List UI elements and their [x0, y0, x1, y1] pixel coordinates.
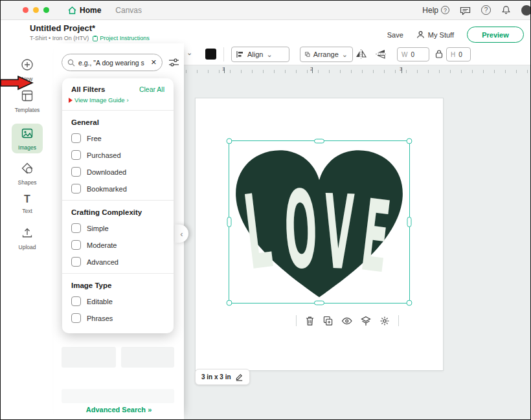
clear-search-icon[interactable]: ✕: [151, 58, 157, 67]
view-image-guide-link[interactable]: View Image Guide ›: [71, 96, 164, 104]
size-badge[interactable]: 3 in x 3 in: [195, 369, 250, 385]
object-action-bar: [296, 315, 399, 326]
tab-home-label: Home: [80, 6, 101, 15]
checkbox[interactable]: [71, 167, 81, 177]
topbar-actions: Help ? ?: [422, 5, 525, 16]
checkbox[interactable]: [71, 296, 81, 306]
advanced-search-link[interactable]: Advanced Search »: [54, 406, 184, 414]
selection-box[interactable]: [229, 140, 410, 304]
image-placeholder: [62, 389, 174, 403]
filter-option-simple[interactable]: Simple: [71, 223, 164, 233]
preview-button[interactable]: Preview: [467, 27, 524, 43]
hidden-dropdown-chevron-icon[interactable]: ⌄: [186, 49, 192, 57]
templates-icon: [21, 89, 34, 102]
edit-pencil-icon[interactable]: [235, 373, 243, 381]
selection-handle-left[interactable]: [227, 217, 232, 227]
save-button[interactable]: Save: [387, 31, 403, 39]
filter-tune-icon[interactable]: [168, 58, 179, 67]
selection-handle-top-right[interactable]: [407, 138, 412, 144]
filter-option-purchased[interactable]: Purchased: [71, 150, 164, 160]
toolbar-divider: [223, 47, 224, 61]
profile-avatar[interactable]: [521, 5, 531, 16]
sidebar-item-text[interactable]: T Text: [12, 190, 43, 217]
home-icon: [68, 6, 76, 14]
selection-handle-bottom[interactable]: [314, 301, 324, 305]
checkbox[interactable]: [71, 150, 81, 160]
chevron-left-icon: ‹: [180, 229, 183, 239]
double-chevron-right-icon: »: [148, 406, 152, 414]
image-placeholder: [62, 347, 116, 368]
filter-section-title: Image Type: [71, 282, 164, 289]
divider: [62, 110, 174, 111]
notifications-bell-icon[interactable]: [501, 5, 511, 15]
person-icon: [416, 30, 425, 39]
support-icon[interactable]: ?: [481, 5, 491, 15]
chevron-down-icon: ⌄: [266, 50, 272, 59]
filter-option-editable[interactable]: Editable: [71, 296, 164, 306]
sidebar-item-label: Text: [12, 208, 43, 214]
checkbox[interactable]: [71, 223, 81, 233]
sidebar-item-label: Upload: [12, 244, 43, 250]
project-title: Untitled Project*: [30, 23, 150, 33]
selection-handle-right[interactable]: [407, 217, 412, 227]
images-icon: [21, 127, 34, 140]
checkbox[interactable]: [71, 257, 81, 267]
flip-horizontal-icon[interactable]: [356, 49, 367, 59]
sidebar-item-shapes[interactable]: Shapes: [12, 159, 43, 188]
filter-option-moderate[interactable]: Moderate: [71, 240, 164, 250]
filter-option-advanced[interactable]: Advanced: [71, 257, 164, 267]
sidebar-item-upload[interactable]: Upload: [12, 223, 43, 253]
window-minimize-button[interactable]: [33, 7, 39, 13]
attach-icon[interactable]: [379, 316, 390, 326]
checkbox[interactable]: [71, 133, 81, 143]
filter-option-free[interactable]: Free: [71, 133, 164, 143]
sidebar-item-label: Templates: [12, 107, 43, 113]
search-input[interactable]: e.g., "A dog wearing s ✕: [62, 54, 163, 71]
chevron-down-icon: ⌄: [342, 50, 348, 59]
tab-home[interactable]: Home: [68, 6, 101, 15]
tab-canvas-label: Canvas: [115, 6, 142, 15]
new-icon: [21, 58, 34, 71]
selection-handle-top[interactable]: [314, 139, 324, 144]
layers-icon[interactable]: [361, 316, 371, 326]
window-zoom-button[interactable]: [43, 7, 49, 13]
selection-handle-bottom-right[interactable]: [407, 300, 412, 306]
sidebar-item-label: Images: [12, 144, 43, 151]
selection-handle-bottom-left[interactable]: [227, 300, 232, 306]
checkbox[interactable]: [71, 240, 81, 250]
filter-option-phrases[interactable]: Phrases: [71, 313, 164, 323]
width-input[interactable]: W 0: [397, 47, 429, 61]
help-question-icon: ?: [441, 6, 449, 14]
annotation-arrowhead: [69, 98, 73, 103]
align-dropdown[interactable]: Align ⌄: [231, 47, 289, 62]
color-swatch[interactable]: [205, 49, 216, 60]
window-close-button[interactable]: [23, 7, 28, 13]
arrange-dropdown[interactable]: Arrange ⌄: [300, 47, 353, 62]
selection-handle-top-left[interactable]: [227, 138, 232, 144]
sidebar-item-images[interactable]: Images: [12, 124, 43, 153]
my-stuff-button[interactable]: My Stuff: [416, 30, 454, 39]
window-titlebar: Home Canvas Help ? ?: [1, 1, 530, 20]
tools-sidebar: New Templates Images Shapes T Text Uploa…: [1, 43, 54, 419]
filter-option-downloaded[interactable]: Downloaded: [71, 167, 164, 177]
app-window: Home Canvas Help ? ? Untitled Project* T…: [0, 0, 531, 420]
hide-eye-icon[interactable]: [341, 316, 352, 326]
delete-icon[interactable]: [305, 316, 315, 326]
tab-canvas[interactable]: Canvas: [115, 6, 142, 15]
filter-option-bookmarked[interactable]: Bookmarked: [71, 184, 164, 193]
lock-icon[interactable]: [435, 49, 443, 58]
ruler-number: 3: [400, 66, 402, 72]
feedback-icon[interactable]: [460, 6, 471, 15]
image-placeholder: [121, 347, 174, 368]
ruler-number: 2: [310, 66, 313, 72]
checkbox[interactable]: [71, 313, 81, 323]
help-button[interactable]: Help ?: [422, 6, 449, 15]
clear-all-button[interactable]: Clear All: [139, 85, 164, 93]
project-header: Untitled Project* T-Shirt • Iron On (HTV…: [1, 20, 530, 43]
checkbox[interactable]: [71, 184, 81, 193]
project-instructions-link[interactable]: Project Instructions: [93, 35, 150, 41]
flip-vertical-icon[interactable]: [376, 49, 387, 59]
duplicate-icon[interactable]: [323, 316, 333, 326]
height-input[interactable]: H 0: [446, 47, 471, 61]
sidebar-item-label: Shapes: [12, 179, 43, 186]
